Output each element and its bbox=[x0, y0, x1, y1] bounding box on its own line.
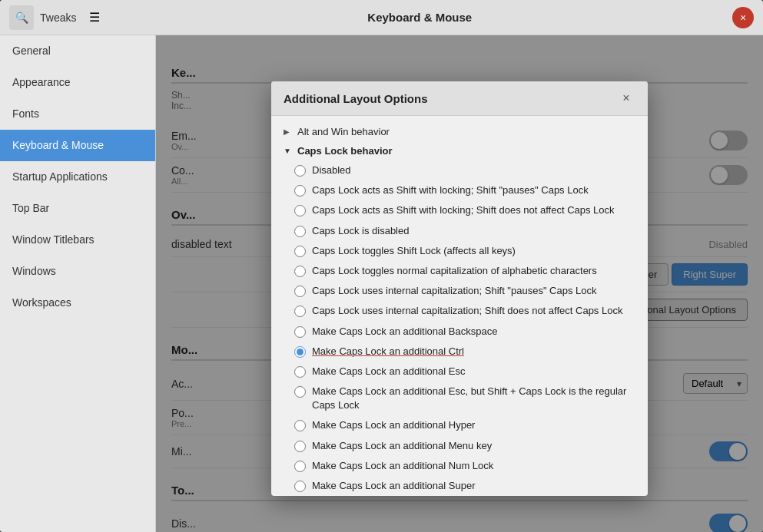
radio-label-shift-locking: Caps Lock acts as Shift with locking; Sh… bbox=[312, 183, 589, 197]
tree-item-alt-win[interactable]: ▶ Alt and Win behavior bbox=[271, 122, 648, 141]
ctrl-text-underlined: Make Caps Lock an additional Ctrl bbox=[312, 345, 464, 357]
radio-label-internal-pauses: Caps Lock uses internal capitalization; … bbox=[312, 284, 597, 298]
app-title: Tweaks bbox=[40, 12, 76, 24]
main-content: Ke... Sh...Inc... Em... Ov... Co... All.… bbox=[156, 35, 763, 532]
menu-button[interactable]: ☰ bbox=[82, 5, 107, 30]
radio-input-hyper[interactable] bbox=[294, 420, 306, 431]
radio-label-backspace: Make Caps Lock an additional Backspace bbox=[312, 325, 497, 339]
additional-layout-modal: Additional Layout Options × ▶ Alt and Wi… bbox=[271, 81, 648, 496]
radio-input-toggles-shift[interactable] bbox=[294, 246, 306, 257]
search-button[interactable]: 🔍 bbox=[9, 5, 34, 30]
radio-menu-key[interactable]: Make Caps Lock an additional Menu key bbox=[271, 436, 648, 456]
title-bar-left: 🔍 Tweaks ☰ bbox=[9, 5, 107, 30]
modal-header: Additional Layout Options × bbox=[271, 81, 648, 116]
radio-input-internal-no-affect[interactable] bbox=[294, 306, 306, 317]
sidebar: General Appearance Fonts Keyboard & Mous… bbox=[0, 35, 156, 532]
sidebar-item-window-titlebars[interactable]: Window Titlebars bbox=[0, 224, 155, 256]
radio-input-shift-locking[interactable] bbox=[294, 185, 306, 197]
modal-body: ▶ Alt and Win behavior ▼ Caps Lock behav… bbox=[271, 116, 648, 496]
radio-super[interactable]: Make Caps Lock an additional Super bbox=[271, 476, 648, 496]
radio-shift-no-affect[interactable]: Caps Lock acts as Shift with locking; Sh… bbox=[271, 200, 648, 220]
sidebar-item-windows[interactable]: Windows bbox=[0, 256, 155, 287]
caps-lock-label: Caps Lock behavior bbox=[297, 145, 393, 157]
radio-input-esc-shift[interactable] bbox=[294, 386, 306, 398]
radio-input-shift-no-affect[interactable] bbox=[294, 205, 306, 216]
radio-disabled[interactable]: Disabled bbox=[271, 160, 648, 180]
sidebar-item-keyboard-mouse[interactable]: Keyboard & Mouse bbox=[0, 130, 155, 161]
radio-label-toggles-normal: Caps Lock toggles normal capitalization … bbox=[312, 264, 597, 278]
radio-label-ctrl: Make Caps Lock an additional Ctrl bbox=[312, 345, 464, 359]
radio-backspace[interactable]: Make Caps Lock an additional Backspace bbox=[271, 322, 648, 342]
main-window: 🔍 Tweaks ☰ Keyboard & Mouse × General Ap… bbox=[0, 0, 763, 532]
radio-input-super[interactable] bbox=[294, 481, 306, 492]
modal-title: Additional Layout Options bbox=[284, 92, 428, 105]
radio-label-super: Make Caps Lock an additional Super bbox=[312, 479, 475, 493]
radio-input-disabled[interactable] bbox=[294, 165, 306, 177]
sidebar-item-top-bar[interactable]: Top Bar bbox=[0, 193, 155, 224]
sidebar-item-startup-applications[interactable]: Startup Applications bbox=[0, 161, 155, 193]
caps-lock-arrow-icon: ▼ bbox=[284, 147, 293, 155]
radio-num-lock[interactable]: Make Caps Lock an additional Num Lock bbox=[271, 456, 648, 476]
radio-label-disabled: Disabled bbox=[312, 164, 351, 177]
radio-label-hyper: Make Caps Lock an additional Hyper bbox=[312, 418, 475, 432]
radio-input-num-lock[interactable] bbox=[294, 461, 306, 472]
radio-toggles-shift[interactable]: Caps Lock toggles Shift Lock (affects al… bbox=[271, 241, 648, 261]
radio-lock-disabled[interactable]: Caps Lock is disabled bbox=[271, 221, 648, 241]
modal-close-button[interactable]: × bbox=[617, 89, 635, 107]
radio-esc[interactable]: Make Caps Lock an additional Esc bbox=[271, 362, 648, 382]
window-title: Keyboard & Mouse bbox=[107, 11, 732, 24]
radio-label-menu-key: Make Caps Lock an additional Menu key bbox=[312, 439, 492, 453]
radio-label-esc: Make Caps Lock an additional Esc bbox=[312, 365, 465, 378]
tree-item-caps-lock[interactable]: ▼ Caps Lock behavior bbox=[271, 141, 648, 160]
sidebar-item-general[interactable]: General bbox=[0, 35, 155, 67]
window-close-button[interactable]: × bbox=[732, 7, 754, 28]
sidebar-item-appearance[interactable]: Appearance bbox=[0, 67, 155, 98]
sidebar-item-fonts[interactable]: Fonts bbox=[0, 98, 155, 130]
radio-input-internal-pauses[interactable] bbox=[294, 286, 306, 297]
title-bar: 🔍 Tweaks ☰ Keyboard & Mouse × bbox=[0, 0, 763, 35]
radio-label-shift-no-affect: Caps Lock acts as Shift with locking; Sh… bbox=[312, 203, 615, 217]
radio-esc-shift[interactable]: Make Caps Lock an additional Esc, but Sh… bbox=[271, 382, 648, 415]
radio-input-lock-disabled[interactable] bbox=[294, 226, 306, 237]
radio-label-num-lock: Make Caps Lock an additional Num Lock bbox=[312, 459, 493, 473]
radio-label-esc-shift: Make Caps Lock an additional Esc, but Sh… bbox=[312, 385, 635, 412]
radio-input-ctrl[interactable] bbox=[294, 346, 306, 358]
radio-internal-pauses[interactable]: Caps Lock uses internal capitalization; … bbox=[271, 281, 648, 301]
body-layout: General Appearance Fonts Keyboard & Mous… bbox=[0, 35, 763, 532]
sidebar-item-workspaces[interactable]: Workspaces bbox=[0, 287, 155, 319]
radio-toggles-normal[interactable]: Caps Lock toggles normal capitalization … bbox=[271, 261, 648, 281]
alt-win-arrow-icon: ▶ bbox=[284, 127, 293, 136]
radio-internal-no-affect[interactable]: Caps Lock uses internal capitalization; … bbox=[271, 301, 648, 321]
radio-label-internal-no-affect: Caps Lock uses internal capitalization; … bbox=[312, 304, 622, 318]
modal-overlay: Additional Layout Options × ▶ Alt and Wi… bbox=[156, 35, 763, 532]
radio-hyper[interactable]: Make Caps Lock an additional Hyper bbox=[271, 415, 648, 435]
radio-ctrl[interactable]: Make Caps Lock an additional Ctrl bbox=[271, 342, 648, 362]
radio-shift-locking[interactable]: Caps Lock acts as Shift with locking; Sh… bbox=[271, 180, 648, 200]
radio-input-esc[interactable] bbox=[294, 366, 306, 378]
alt-win-label: Alt and Win behavior bbox=[297, 126, 390, 137]
radio-input-backspace[interactable] bbox=[294, 326, 306, 338]
radio-input-menu-key[interactable] bbox=[294, 441, 306, 452]
radio-label-toggles-shift: Caps Lock toggles Shift Lock (affects al… bbox=[312, 244, 516, 258]
radio-input-toggles-normal[interactable] bbox=[294, 266, 306, 277]
radio-label-lock-disabled: Caps Lock is disabled bbox=[312, 224, 409, 238]
